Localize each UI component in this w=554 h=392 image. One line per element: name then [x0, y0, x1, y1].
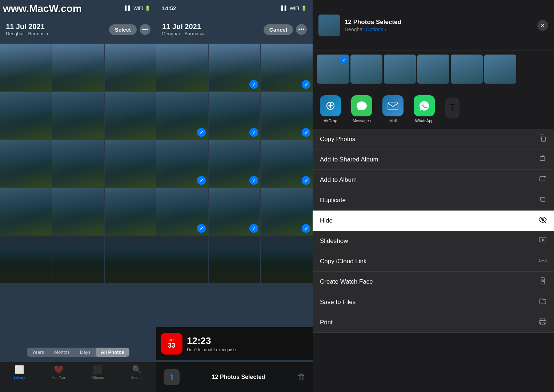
- delete-button[interactable]: 🗑: [297, 372, 305, 382]
- photo-cell-checked[interactable]: [261, 236, 313, 283]
- svg-rect-6: [541, 197, 545, 201]
- check-badge: ✓: [302, 176, 310, 185]
- photo-cell[interactable]: [0, 140, 52, 187]
- sheet-location: Deoghar: [345, 27, 364, 32]
- photo-cell[interactable]: [0, 188, 52, 235]
- photo-cell-checked[interactable]: ✓: [261, 92, 313, 139]
- photo-cell[interactable]: [105, 236, 156, 283]
- options-link[interactable]: Options ›: [366, 27, 386, 32]
- seg-months[interactable]: Months: [49, 348, 75, 357]
- copy-icloud-link-icon: [539, 256, 547, 266]
- photo-cell[interactable]: [52, 140, 104, 187]
- messages-app[interactable]: Messages: [351, 95, 372, 123]
- tab-search[interactable]: 🔍 Search: [117, 365, 157, 380]
- photo-cell[interactable]: [0, 44, 52, 91]
- app-icon-row: AirDrop Messages Mail: [313, 89, 554, 129]
- photo-cell-checked[interactable]: ✓: [261, 140, 313, 187]
- photo-cell-checked[interactable]: ✓: [261, 44, 313, 91]
- action-add-to-album[interactable]: Add to Album: [313, 170, 554, 190]
- tab-library-label: Library: [14, 376, 25, 380]
- action-save-to-files[interactable]: Save to Files: [313, 292, 554, 312]
- action-copy-photos[interactable]: Copy Photos: [313, 129, 554, 149]
- action-print[interactable]: Print: [313, 312, 554, 333]
- check-badge: ✓: [197, 176, 206, 185]
- photo-cell[interactable]: [105, 92, 156, 139]
- tab-albums[interactable]: ⬛ Albums: [78, 365, 117, 380]
- photo-cell-checked[interactable]: ✓: [209, 92, 260, 139]
- photo-cell[interactable]: [105, 188, 156, 235]
- segment-group: Years Months Days All Photos: [27, 348, 129, 357]
- select-button[interactable]: Select: [109, 24, 137, 35]
- photo-cell-checked[interactable]: ✓: [156, 92, 208, 139]
- nav-date-1: 11 Jul 2021 Deoghar - Barmasia: [6, 23, 48, 36]
- tab-library[interactable]: ⬜ Library: [0, 365, 39, 380]
- photo-cell-checked[interactable]: ✓: [156, 188, 208, 235]
- action-create-watch-face[interactable]: Create Watch Face: [313, 272, 554, 292]
- action-duplicate[interactable]: Duplicate: [313, 190, 554, 211]
- airdrop-icon: [320, 95, 341, 116]
- action-save-to-files-label: Save to Files: [320, 299, 356, 306]
- copy-photos-icon: [539, 134, 547, 144]
- status-time-2: 14:52: [162, 5, 176, 11]
- tab-for-you[interactable]: ❤️ For You: [39, 365, 79, 380]
- share-button[interactable]: ⬆: [164, 369, 180, 385]
- photo-cell[interactable]: [52, 44, 104, 91]
- sheet-title-block: 12 Photos Selected Deoghar Options ›: [345, 19, 533, 32]
- close-sheet-button[interactable]: ✕: [537, 20, 548, 31]
- strip-thumb[interactable]: [484, 55, 516, 84]
- more-button-2[interactable]: •••: [296, 24, 307, 35]
- photo-cell-checked[interactable]: ✓: [209, 44, 260, 91]
- photo-cell[interactable]: [105, 140, 156, 187]
- save-to-files-icon: [539, 297, 547, 307]
- seg-years[interactable]: Years: [27, 348, 49, 357]
- action-hide[interactable]: Hide: [313, 211, 554, 231]
- strip-thumb[interactable]: [384, 55, 416, 84]
- action-copy-icloud-link-label: Copy iCloud Link: [320, 258, 367, 265]
- photo-cell-checked[interactable]: [209, 236, 260, 283]
- seg-days[interactable]: Days: [75, 348, 96, 357]
- airdrop-label: AirDrop: [324, 119, 337, 123]
- photo-cell-checked[interactable]: ✓: [209, 140, 260, 187]
- airdrop-app[interactable]: AirDrop: [320, 95, 341, 123]
- hide-icon: [539, 216, 547, 225]
- photo-cell[interactable]: [0, 236, 52, 283]
- photo-cell-checked[interactable]: [156, 236, 208, 283]
- more-app[interactable]: T: [445, 97, 459, 121]
- date-main-1: 11 Jul 2021: [6, 23, 48, 31]
- action-add-shared-album[interactable]: Add to Shared Album: [313, 149, 554, 170]
- more-button[interactable]: •••: [140, 24, 150, 35]
- photo-cell-checked[interactable]: ✓: [209, 188, 260, 235]
- mail-app[interactable]: Mail: [382, 95, 404, 123]
- check-badge: ✓: [249, 80, 258, 89]
- strip-thumb[interactable]: [451, 55, 483, 84]
- photo-cell[interactable]: [52, 188, 104, 235]
- mail-icon: [382, 95, 404, 116]
- nav-actions-1: Select •••: [109, 24, 150, 35]
- strip-thumb[interactable]: [317, 55, 349, 84]
- clock-circle: FRI 16 33: [161, 333, 182, 355]
- photo-cell[interactable]: [105, 44, 156, 91]
- sheet-title: 12 Photos Selected: [345, 19, 533, 26]
- location-2: Deoghar - Barmasia: [162, 31, 204, 36]
- strip-thumb[interactable]: [350, 55, 382, 84]
- action-copy-icloud-link[interactable]: Copy iCloud Link: [313, 251, 554, 272]
- action-slideshow[interactable]: Slideshow: [313, 231, 554, 251]
- strip-thumb[interactable]: [417, 55, 449, 84]
- photo-cell-checked[interactable]: [156, 44, 208, 91]
- action-add-shared-album-label: Add to Shared Album: [320, 156, 378, 163]
- seg-all-photos[interactable]: All Photos: [96, 348, 129, 357]
- photo-cell[interactable]: [52, 92, 104, 139]
- location-1: Deoghar - Barmasia: [6, 31, 48, 36]
- photo-cell[interactable]: [52, 236, 104, 283]
- photo-cell[interactable]: [0, 92, 52, 139]
- whatsapp-app[interactable]: WhatsApp: [414, 95, 435, 123]
- print-icon: [539, 317, 547, 327]
- cancel-button[interactable]: Cancel: [264, 24, 293, 35]
- photo-cell-checked[interactable]: ✓: [261, 188, 313, 235]
- add-to-album-icon: [539, 175, 547, 185]
- photo-cell-checked[interactable]: ✓: [156, 140, 208, 187]
- messages-icon: [351, 95, 372, 116]
- check-badge: ✓: [249, 176, 258, 185]
- segment-bar: Years Months Days All Photos: [0, 345, 156, 359]
- sheet-thumbnail: [318, 15, 340, 36]
